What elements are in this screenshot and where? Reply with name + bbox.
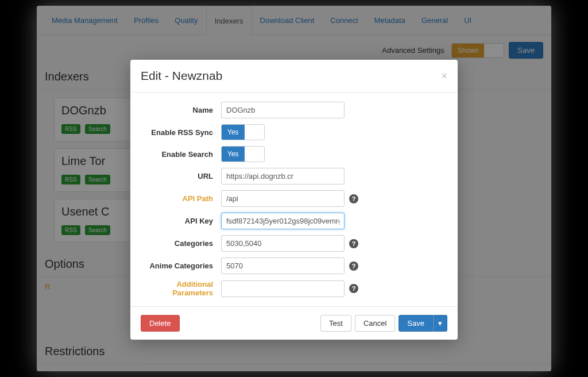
modal-title: Edit - Newznab [141,69,222,83]
close-icon[interactable]: × [441,70,447,82]
help-icon[interactable]: ? [349,284,358,293]
anime-categories-input[interactable] [221,257,345,274]
additional-params-input[interactable] [221,280,345,297]
delete-button[interactable]: Delete [141,315,180,332]
search-label: Enable Search [141,150,221,159]
save-dropdown-caret[interactable]: ▾ [433,315,447,332]
apikey-input[interactable] [221,213,345,229]
apipath-input[interactable] [221,190,345,207]
name-label: Name [141,106,221,114]
save-button[interactable]: Save [399,315,433,332]
edit-indexer-modal: Edit - Newznab × Name Enable RSS Sync Ye… [130,60,458,340]
help-icon[interactable]: ? [349,194,358,203]
help-icon[interactable]: ? [349,239,358,248]
search-toggle[interactable]: Yes [221,146,265,162]
anime-categories-label: Anime Categories [141,261,221,270]
test-button[interactable]: Test [320,315,351,332]
categories-label: Categories [141,239,221,248]
additional-params-label: Additional Parameters [141,280,221,297]
apipath-label: API Path [141,194,221,203]
app-frame: Media Management Profiles Quality Indexe… [37,6,551,371]
help-icon[interactable]: ? [349,261,358,271]
apikey-label: API Key [141,217,221,225]
url-input[interactable] [221,168,345,184]
rss-label: Enable RSS Sync [141,128,221,137]
categories-input[interactable] [221,235,345,252]
url-label: URL [141,172,221,180]
name-input[interactable] [221,102,345,118]
cancel-button[interactable]: Cancel [355,315,395,332]
rss-toggle[interactable]: Yes [221,124,265,140]
